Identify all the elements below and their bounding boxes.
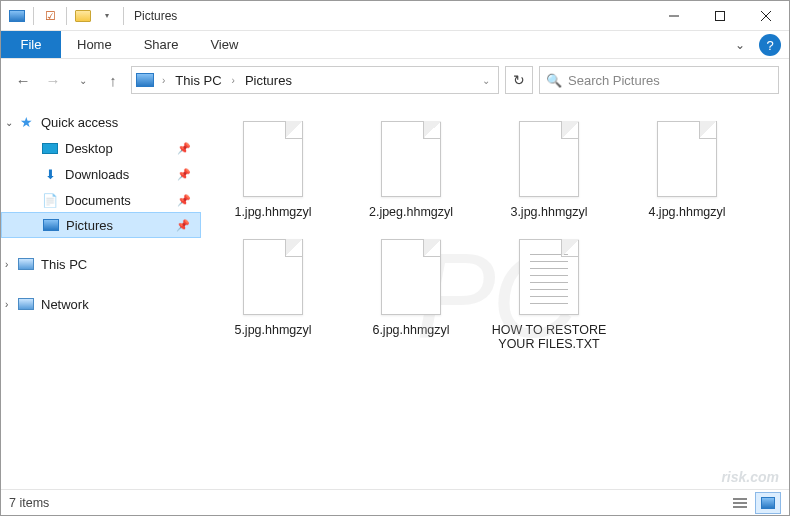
pin-icon: 📌 [177,194,191,207]
tab-share[interactable]: Share [128,31,195,58]
collapse-icon[interactable]: ⌄ [5,117,13,128]
maximize-button[interactable] [697,1,743,31]
explorer-window: ☑ ▾ Pictures File Home Share Vi [0,0,790,516]
blank-file-icon [377,237,445,317]
refresh-button[interactable]: ↻ [505,66,533,94]
separator [66,7,67,25]
blank-file-icon [239,237,307,317]
pc-icon [17,258,35,270]
sidebar-item-label: Pictures [66,218,113,233]
up-button[interactable]: ↑ [101,68,125,92]
sidebar-network[interactable]: › Network [1,291,201,317]
sidebar-label: This PC [41,257,87,272]
ribbon-tabs: File Home Share View ⌄ ? [1,31,789,59]
sidebar-item-desktop[interactable]: Desktop 📌 [1,135,201,161]
expand-icon[interactable]: › [5,259,8,270]
address-bar: ← → ⌄ ↑ › This PC › Pictures ⌄ ↻ 🔍 Searc… [1,59,789,101]
forward-button[interactable]: → [41,68,65,92]
quick-access-toolbar: ☑ ▾ [1,6,126,26]
titlebar: ☑ ▾ Pictures [1,1,789,31]
sidebar-item-documents[interactable]: 📄 Documents 📌 [1,187,201,213]
file-item[interactable]: 1.jpg.hhmgzyl [209,113,337,225]
minimize-button[interactable] [651,1,697,31]
sidebar-label: Quick access [41,115,118,130]
pin-icon: 📌 [177,168,191,181]
breadcrumb[interactable]: › This PC › Pictures ⌄ [131,66,499,94]
blank-file-icon [515,119,583,199]
close-button[interactable] [743,1,789,31]
file-list[interactable]: PC 1.jpg.hhmgzyl2.jpeg.hhmgzyl3.jpg.hhmg… [201,101,789,489]
file-name: 6.jpg.hhmgzyl [372,323,449,337]
nav-pane: ⌄ ★ Quick access Desktop 📌 ⬇ Downloads 📌… [1,101,201,489]
details-view-button[interactable] [727,492,753,514]
chevron-right-icon[interactable]: › [228,75,239,86]
pc-icon [136,73,154,87]
sidebar-item-downloads[interactable]: ⬇ Downloads 📌 [1,161,201,187]
chevron-right-icon[interactable]: › [158,75,169,86]
thumbnails-view-button[interactable] [755,492,781,514]
file-item[interactable]: 3.jpg.hhmgzyl [485,113,613,225]
sidebar-item-label: Desktop [65,141,113,156]
window-title: Pictures [126,9,177,23]
file-item[interactable]: 6.jpg.hhmgzyl [347,231,475,357]
file-item[interactable]: HOW TO RESTORE YOUR FILES.TXT [485,231,613,357]
search-icon: 🔍 [546,73,562,88]
file-item[interactable]: 4.jpg.hhmgzyl [623,113,751,225]
sidebar-this-pc[interactable]: › This PC [1,251,201,277]
folder-icon[interactable] [73,6,93,26]
pictures-icon [42,219,60,231]
crumb-this-pc[interactable]: This PC [173,73,223,88]
file-name: 3.jpg.hhmgzyl [510,205,587,219]
file-item[interactable]: 5.jpg.hhmgzyl [209,231,337,357]
search-input[interactable]: 🔍 Search Pictures [539,66,779,94]
qat-dropdown-icon[interactable]: ▾ [97,6,117,26]
sidebar-item-label: Downloads [65,167,129,182]
file-name: 5.jpg.hhmgzyl [234,323,311,337]
pin-icon: 📌 [176,219,190,232]
file-item[interactable]: 2.jpeg.hhmgzyl [347,113,475,225]
tab-home[interactable]: Home [61,31,128,58]
text-file-icon [515,237,583,317]
downloads-icon: ⬇ [41,167,59,182]
chevron-down-icon[interactable]: ⌄ [478,75,494,86]
tab-view[interactable]: View [194,31,254,58]
status-bar: 7 items [1,489,789,515]
file-name: 4.jpg.hhmgzyl [648,205,725,219]
file-name: 1.jpg.hhmgzyl [234,205,311,219]
properties-icon[interactable]: ☑ [40,6,60,26]
explorer-icon [7,6,27,26]
file-name: 2.jpeg.hhmgzyl [369,205,453,219]
sidebar-quick-access[interactable]: ⌄ ★ Quick access [1,109,201,135]
watermark-text: risk.com [721,469,779,485]
blank-file-icon [653,119,721,199]
expand-ribbon-icon[interactable]: ⌄ [725,31,755,58]
svg-rect-1 [716,11,725,20]
item-count: 7 items [9,496,49,510]
crumb-pictures[interactable]: Pictures [243,73,294,88]
sidebar-item-label: Documents [65,193,131,208]
desktop-icon [41,143,59,154]
search-placeholder: Search Pictures [568,73,660,88]
sidebar-item-pictures[interactable]: Pictures 📌 [1,212,201,238]
file-menu[interactable]: File [1,31,61,58]
network-icon [17,298,35,310]
blank-file-icon [377,119,445,199]
star-icon: ★ [17,114,35,130]
documents-icon: 📄 [41,193,59,208]
recent-locations-icon[interactable]: ⌄ [71,68,95,92]
expand-icon[interactable]: › [5,299,8,310]
separator [123,7,124,25]
blank-file-icon [239,119,307,199]
file-name: HOW TO RESTORE YOUR FILES.TXT [487,323,611,351]
separator [33,7,34,25]
help-icon[interactable]: ? [759,34,781,56]
sidebar-label: Network [41,297,89,312]
pin-icon: 📌 [177,142,191,155]
back-button[interactable]: ← [11,68,35,92]
